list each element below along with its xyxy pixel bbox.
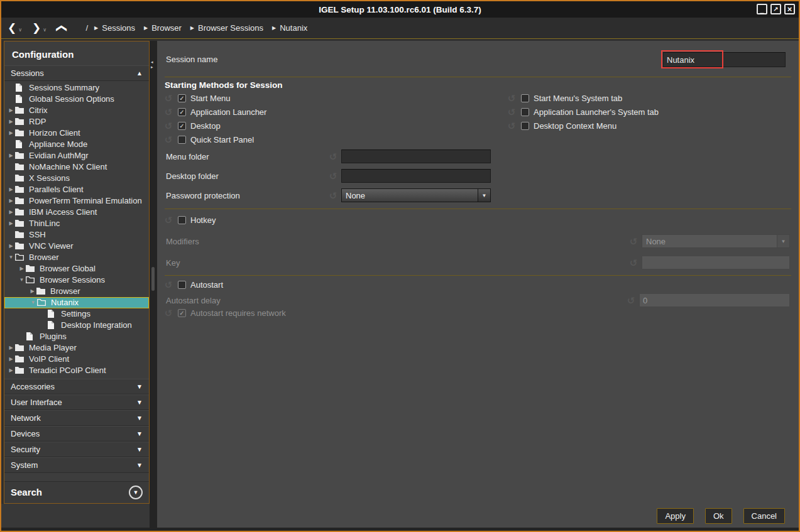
search-expand-button[interactable]: ▼: [129, 486, 143, 499]
desktop-checkbox[interactable]: ✓: [178, 122, 186, 130]
tree-item-teradici-pcoip-client[interactable]: ▶Teradici PCoIP Client: [4, 365, 149, 376]
tree-item-settings[interactable]: Settings: [4, 308, 149, 320]
reset-icon[interactable]: ↺: [507, 121, 517, 131]
modifiers-value: None: [642, 235, 777, 247]
reset-icon[interactable]: ↺: [328, 171, 338, 181]
tree-item-parallels-client[interactable]: ▶Parallels Client: [4, 184, 149, 195]
breadcrumb-item-browser-sessions[interactable]: ▶Browser Sessions: [190, 23, 263, 33]
breadcrumb-item-sessions[interactable]: ▶Sessions: [94, 23, 135, 33]
splitter-collapse-arrows[interactable]: ◂ ▸: [151, 60, 153, 70]
minimize-button[interactable]: ▁: [757, 4, 767, 14]
expander-icon[interactable]: ▶: [7, 130, 15, 136]
breadcrumb-item-browser[interactable]: ▶Browser: [144, 23, 182, 33]
menu-folder-input[interactable]: [341, 149, 491, 163]
reset-icon[interactable]: ↺: [163, 280, 173, 290]
tree-item-nutanix[interactable]: ▼Nutanix: [4, 297, 149, 308]
sidebar-section-system[interactable]: System▼: [4, 457, 149, 473]
tree-item-desktop-integration[interactable]: Desktop Integration: [4, 320, 149, 331]
reset-icon[interactable]: ↺: [163, 121, 173, 131]
tree-item-x-sessions[interactable]: X Sessions: [4, 173, 149, 184]
tree-item-browser-sessions[interactable]: ▼Browser Sessions: [4, 274, 149, 286]
nav-up-button[interactable]: ❯: [55, 23, 67, 32]
expander-icon[interactable]: ▼: [7, 254, 15, 260]
tree-item-vnc-viewer[interactable]: ▶VNC Viewer: [4, 241, 149, 252]
sidebar-section-network[interactable]: Network▼: [4, 410, 149, 426]
expander-icon[interactable]: ▶: [7, 119, 15, 124]
session-name-input[interactable]: [663, 52, 786, 67]
reset-icon[interactable]: ↺: [163, 94, 173, 103]
tree-item-ssh[interactable]: SSH: [4, 229, 149, 241]
expander-icon[interactable]: ▶: [7, 209, 15, 215]
apply-button[interactable]: Apply: [657, 508, 694, 524]
maximize-button[interactable]: ↗: [770, 4, 781, 14]
sidebar-section-devices[interactable]: Devices▼: [4, 426, 149, 442]
sidebar-section-accessories[interactable]: Accessories▼: [4, 379, 149, 394]
expander-icon[interactable]: ▶: [7, 153, 15, 158]
reset-icon[interactable]: ↺: [328, 152, 338, 161]
close-button[interactable]: ×: [784, 4, 795, 14]
tree-item-appliance-mode[interactable]: Appliance Mode: [4, 139, 149, 150]
search-section[interactable]: Search ▼: [4, 481, 149, 503]
expander-icon[interactable]: ▼: [29, 300, 37, 305]
tree-item-powerterm-terminal-emulation[interactable]: ▶PowerTerm Terminal Emulation: [4, 195, 149, 207]
quick-start-panel-checkbox[interactable]: [178, 136, 186, 144]
password-protection-select[interactable]: None▼: [341, 188, 491, 202]
file-icon: [15, 84, 25, 92]
tree-item-voip-client[interactable]: ▶VoIP Client: [4, 354, 149, 365]
tree-item-thinlinc[interactable]: ▶ThinLinc: [4, 218, 149, 229]
nav-back-button[interactable]: ❮: [8, 22, 16, 35]
tree-item-browser[interactable]: ▼Browser: [4, 252, 149, 263]
tree-item-sessions-summary[interactable]: Sessions Summary: [4, 82, 149, 94]
sidebar-section-security[interactable]: Security▼: [4, 442, 149, 457]
nav-forward-button[interactable]: ❯: [32, 22, 41, 35]
nav-back-history-dropdown[interactable]: ∨: [18, 26, 22, 35]
tree-item-rdp[interactable]: ▶RDP: [4, 116, 149, 128]
tree-item-evidian-authmgr[interactable]: ▶Evidian AuthMgr: [4, 150, 149, 161]
reset-icon[interactable]: ↺: [328, 191, 338, 200]
expander-icon[interactable]: ▶: [7, 198, 15, 204]
tree-item-horizon-client[interactable]: ▶Horizon Client: [4, 128, 149, 139]
reset-icon[interactable]: ↺: [507, 107, 517, 117]
nav-forward-history-dropdown[interactable]: ∨: [43, 26, 47, 35]
start-menu-s-system-tab-checkbox[interactable]: [521, 94, 529, 102]
cancel-button[interactable]: Cancel: [743, 508, 785, 524]
tree-item-browser[interactable]: ▶Browser: [4, 286, 149, 297]
expander-icon[interactable]: ▶: [18, 266, 26, 271]
expander-icon[interactable]: ▶: [7, 220, 15, 226]
hotkey-checkbox[interactable]: [178, 216, 186, 224]
expander-icon[interactable]: ▶: [28, 288, 36, 294]
desktop-context-menu-checkbox[interactable]: [521, 122, 529, 130]
expander-icon[interactable]: ▼: [18, 277, 26, 283]
expander-icon[interactable]: ▶: [7, 345, 15, 350]
autostart-checkbox[interactable]: [178, 281, 186, 289]
starting-methods-title: Starting Methods for Session: [165, 80, 283, 90]
expander-icon[interactable]: ▶: [7, 187, 15, 192]
expander-icon[interactable]: ▶: [7, 356, 15, 362]
sidebar-splitter[interactable]: ◂ ▸: [150, 41, 157, 528]
tree-item-citrix[interactable]: ▶Citrix: [4, 105, 149, 116]
reset-icon[interactable]: ↺: [507, 94, 517, 103]
tree-item-plugins[interactable]: Plugins: [4, 331, 149, 342]
tree-item-browser-global[interactable]: ▶Browser Global: [4, 263, 149, 274]
breadcrumb-item-nutanix[interactable]: ▶Nutanix: [272, 23, 307, 33]
tree-item-media-player[interactable]: ▶Media Player: [4, 342, 149, 354]
application-launcher-s-system-tab-checkbox[interactable]: [521, 108, 529, 116]
start-menu-checkbox[interactable]: ✓: [178, 94, 186, 102]
reset-icon[interactable]: ↺: [163, 135, 173, 144]
tree-item-ibm-iaccess-client[interactable]: ▶IBM iAccess Client: [4, 207, 149, 218]
tree-item-global-session-options[interactable]: Global Session Options: [4, 94, 149, 105]
reset-icon[interactable]: ↺: [163, 107, 173, 117]
ok-button[interactable]: Ok: [705, 508, 732, 524]
application-launcher-checkbox[interactable]: ✓: [178, 108, 186, 116]
scrollbar-thumb[interactable]: [151, 267, 155, 291]
sidebar-section-user-interface[interactable]: User Interface▼: [4, 394, 149, 410]
sidebar-section-sessions[interactable]: Sessions ▲: [4, 65, 149, 81]
reset-icon[interactable]: ↺: [163, 215, 173, 225]
expander-icon[interactable]: ▶: [7, 243, 15, 249]
separator: [165, 77, 791, 77]
desktop-folder-input[interactable]: [341, 169, 491, 183]
expander-icon[interactable]: ▶: [7, 107, 15, 113]
expander-icon[interactable]: ▶: [7, 367, 15, 373]
tree-item-nomachine-nx-client[interactable]: NoMachine NX Client: [4, 161, 149, 173]
reset-icon: ↺: [628, 258, 638, 268]
